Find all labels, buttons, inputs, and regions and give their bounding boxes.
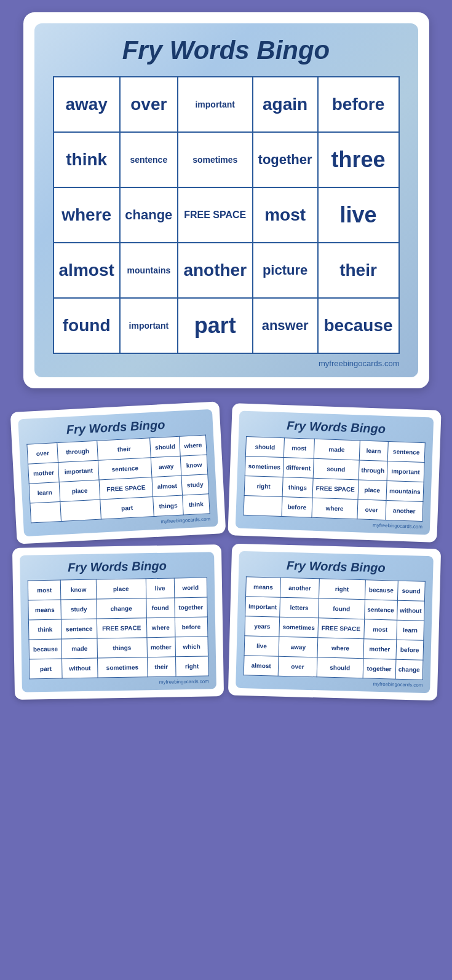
main-cell: another (178, 243, 253, 298)
small-cell: think (182, 494, 210, 515)
small-cell: different (283, 458, 314, 479)
small-cell: through (57, 441, 98, 462)
small-cell: where (311, 498, 357, 519)
card3-inner: Fry Words Bingo mostknowplaceliveworldme… (20, 552, 216, 692)
small-cell: most (283, 438, 314, 459)
small-cell: which (175, 637, 208, 657)
small-cell: right (244, 476, 283, 496)
card2-table: shouldmostmadelearnsentencesometimesdiff… (243, 436, 425, 522)
main-cell: important (178, 77, 253, 132)
small-cell: found (146, 598, 175, 618)
small-cell: think (28, 619, 61, 640)
small-cell: learn (396, 620, 424, 640)
small-cell: FREE SPACE (99, 477, 153, 500)
small-cell (60, 500, 101, 521)
card4-inner: Fry Words Bingo meansanotherrightbecause… (236, 551, 434, 693)
main-cell: important (120, 298, 178, 353)
small-cell: right (319, 579, 365, 600)
small-cell: together (174, 597, 207, 617)
small-cell: before (395, 640, 423, 660)
main-cell: picture (253, 243, 318, 298)
small-cell: learn (29, 482, 60, 504)
small-cell (244, 495, 282, 516)
small-cell: mountains (386, 480, 423, 501)
card2-title: Fry Words Bingo (246, 417, 426, 437)
small-cell: where (317, 638, 363, 659)
small-cell: over (26, 443, 58, 465)
small-cell: means (245, 577, 280, 597)
small-cell: together (362, 659, 395, 679)
small-cell: important (58, 460, 98, 482)
main-cell: FREE SPACE (178, 187, 253, 243)
small-cell: where (146, 617, 175, 638)
main-cell: over (120, 77, 178, 132)
main-cell: part (178, 298, 253, 353)
small-cell: part (100, 497, 154, 519)
main-cell: where (54, 187, 120, 243)
small-cell: sometimes (97, 657, 147, 678)
small-cell: sentence (387, 442, 425, 463)
main-cell: mountains (120, 243, 178, 298)
small-cell: change (96, 598, 146, 619)
small-cell: FREE SPACE (317, 618, 364, 639)
small-cell: place (357, 480, 386, 501)
small-cell: without (61, 658, 97, 678)
small-cell: live (145, 578, 174, 598)
small-cell: should (245, 436, 284, 457)
main-cell: three (318, 132, 399, 187)
small-cell: mother (363, 639, 396, 659)
main-bingo-card: Fry Words Bingo awayoverimportantagainbe… (23, 12, 429, 388)
small-cell: important (386, 461, 424, 482)
bottom-cards: Fry Words Bingo overthroughtheirshouldwh… (8, 401, 445, 698)
main-cell: found (54, 298, 120, 353)
small-cell: where (179, 435, 207, 456)
small-cell: place (95, 579, 145, 599)
small-cell: should (316, 657, 363, 678)
main-cell: together (253, 132, 318, 187)
card1: Fry Words Bingo overthroughtheirshouldwh… (10, 401, 226, 544)
small-cell: most (363, 619, 397, 640)
small-cell: know (60, 579, 96, 600)
small-cell: mother (146, 637, 175, 657)
small-cell: should (149, 436, 180, 457)
small-cell: through (358, 460, 387, 481)
small-cell: made (61, 638, 97, 659)
small-cell: because (28, 639, 61, 659)
small-cell: because (364, 580, 397, 600)
small-cell: years (244, 616, 279, 637)
main-cell: most (253, 187, 318, 243)
small-cell: sometimes (245, 456, 283, 477)
small-cell: mother (28, 463, 59, 484)
small-cell: letters (279, 597, 319, 618)
main-card-inner: Fry Words Bingo awayoverimportantagainbe… (34, 23, 418, 377)
card1-table: overthroughtheirshouldwheremotherimporta… (26, 434, 210, 523)
small-cell: sound (397, 581, 424, 601)
card2: Fry Words Bingo shouldmostmadelearnsente… (228, 403, 441, 543)
small-cell (30, 501, 61, 523)
card3-website: myfreebingocards.com (29, 678, 208, 687)
small-cell: over (278, 656, 317, 677)
main-cell: their (318, 243, 399, 298)
small-cell: things (282, 477, 313, 498)
small-cell: world (173, 578, 207, 598)
main-cell: sentence (120, 132, 178, 187)
small-cell: learn (359, 441, 387, 461)
main-title: Fry Words Bingo (53, 36, 400, 65)
small-cell: live (244, 636, 279, 656)
small-cell: sound (312, 458, 359, 480)
main-cell: live (318, 187, 399, 243)
small-cell: know (180, 455, 208, 476)
main-cell: because (318, 298, 399, 353)
small-cell: almost (152, 476, 182, 496)
small-cell: important (245, 597, 280, 617)
card3-title: Fry Words Bingo (27, 558, 207, 575)
card4-title: Fry Words Bingo (246, 557, 426, 576)
card4: Fry Words Bingo meansanotherrightbecause… (228, 544, 440, 701)
card1-inner: Fry Words Bingo overthroughtheirshouldwh… (18, 409, 218, 536)
card4-table: meansanotherrightbecausesoundimportantle… (243, 576, 425, 680)
small-cell: sentence (61, 619, 97, 639)
main-cell: away (54, 77, 120, 132)
card2-inner: Fry Words Bingo shouldmostmadelearnsente… (235, 411, 433, 535)
main-cell: before (318, 77, 399, 132)
small-cell: their (147, 657, 176, 677)
